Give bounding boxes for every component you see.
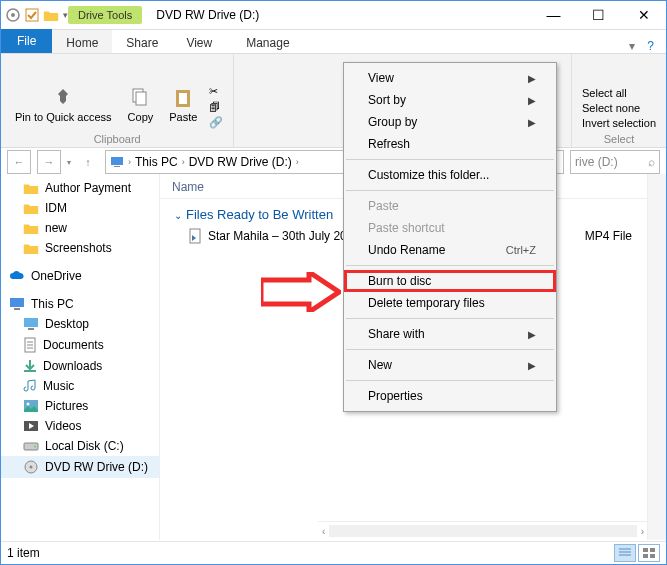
ctx-paste-shortcut: Paste shortcut [344,217,556,239]
nav-onedrive-label: OneDrive [31,269,82,283]
nav-item-label: Music [43,379,74,393]
ctx-item-label: Properties [368,389,423,403]
nav-item-dvd-rw-drive-d-[interactable]: DVD RW Drive (D:) [1,456,159,478]
nav-item-desktop[interactable]: Desktop [1,314,159,334]
submenu-arrow-icon: ▶ [528,329,536,340]
nav-item-documents[interactable]: Documents [1,334,159,356]
up-button[interactable]: ↑ [77,151,99,173]
ctx-paste: Paste [344,195,556,217]
file-name: Star Mahila – 30th July 2016 [208,229,360,243]
copy-icon [129,87,151,109]
invert-selection-label: Invert selection [582,117,656,129]
crumb-this-pc[interactable]: This PC [135,155,178,169]
ctx-group-by[interactable]: Group by▶ [344,111,556,133]
invert-selection-button[interactable]: Invert selection [582,117,656,129]
ctx-view[interactable]: View▶ [344,67,556,89]
svg-point-1 [11,13,15,17]
navigation-pane[interactable]: Author PaymentIDMnewScreenshots OneDrive… [1,174,160,540]
chevron-down-icon: ⌄ [174,210,182,221]
maximize-button[interactable]: ☐ [576,1,621,29]
select-none-button[interactable]: Select none [582,102,656,114]
address-bar: ← → ▾ ↑ › This PC › DVD RW Drive (D:) › … [1,148,666,176]
ribbon-group-clipboard: Pin to Quick access Copy Paste ✂ 🗐 🔗 Cli… [1,54,234,147]
ctx-customize-this-folder-[interactable]: Customize this folder... [344,164,556,186]
ctx-undo-rename[interactable]: Undo RenameCtrl+Z [344,239,556,261]
vertical-scrollbar[interactable] [647,174,666,540]
nav-item-videos[interactable]: Videos [1,416,159,436]
nav-item-label: Author Payment [45,181,131,195]
ctx-sort-by[interactable]: Sort by▶ [344,89,556,111]
tab-share[interactable]: Share [112,30,172,53]
tab-manage[interactable]: Manage [232,30,303,53]
tab-view[interactable]: View [172,30,226,53]
copy-path-button[interactable]: 🗐 [209,101,223,113]
scroll-left-icon[interactable]: ‹ [318,526,329,537]
svg-rect-10 [14,308,20,310]
copy-path-icon: 🗐 [209,101,220,113]
ctx-new[interactable]: New▶ [344,354,556,376]
forward-button[interactable]: → [37,150,61,174]
file-type: MP4 File [585,229,632,243]
icons-view-button[interactable] [638,544,660,562]
context-menu: View▶Sort by▶Group by▶RefreshCustomize t… [343,62,557,412]
tab-home[interactable]: Home [52,30,112,53]
close-button[interactable]: ✕ [621,1,666,29]
nav-item-label: Local Disk (C:) [45,439,124,453]
select-group-label: Select [604,133,635,145]
select-all-label: Select all [582,87,627,99]
nav-item-screenshots[interactable]: Screenshots [1,238,159,258]
copy-label: Copy [128,111,154,123]
nav-item-music[interactable]: Music [1,376,159,396]
ribbon-collapse-icon[interactable]: ▾ [629,39,635,53]
file-icon [188,228,202,244]
ctx-burn-to-disc[interactable]: Burn to disc [344,270,556,292]
search-input[interactable]: rive (D:) ⌕ [570,150,660,174]
minimize-button[interactable]: — [531,1,576,29]
pc-icon [110,155,124,169]
nav-item-author-payment[interactable]: Author Payment [1,178,159,198]
ctx-refresh[interactable]: Refresh [344,133,556,155]
help-icon[interactable]: ? [647,39,654,53]
nav-item-idm[interactable]: IDM [1,198,159,218]
paste-shortcut-button[interactable]: 🔗 [209,116,223,129]
paste-button[interactable]: Paste [165,85,201,125]
ctx-delete-temporary-files[interactable]: Delete temporary files [344,292,556,314]
paste-label: Paste [169,111,197,123]
svg-rect-9 [10,298,24,307]
nav-this-pc[interactable]: This PC [1,294,159,314]
tab-file[interactable]: File [1,29,52,53]
cut-button[interactable]: ✂ [209,85,223,98]
nav-item-label: Screenshots [45,241,112,255]
ctx-item-label: Group by [368,115,417,129]
submenu-arrow-icon: ▶ [528,117,536,128]
copy-button[interactable]: Copy [124,85,158,125]
horizontal-scrollbar[interactable]: ‹ › [318,521,648,540]
nav-item-label: Downloads [43,359,102,373]
window-title: DVD RW Drive (D:) [156,8,259,22]
nav-item-new[interactable]: new [1,218,159,238]
nav-item-pictures[interactable]: Pictures [1,396,159,416]
nav-item-downloads[interactable]: Downloads [1,356,159,376]
ctx-share-with[interactable]: Share with▶ [344,323,556,345]
contextual-tab-drive-tools[interactable]: Drive Tools [68,6,142,24]
back-button[interactable]: ← [7,150,31,174]
nav-item-label: IDM [45,201,67,215]
svg-rect-11 [24,318,38,327]
nav-item-local-disk-c-[interactable]: Local Disk (C:) [1,436,159,456]
ctx-properties[interactable]: Properties [344,385,556,407]
recent-locations-icon[interactable]: ▾ [67,158,71,167]
details-view-icon [619,548,631,558]
nav-onedrive[interactable]: OneDrive [1,266,159,286]
checkbox-icon[interactable] [25,8,39,22]
select-all-button[interactable]: Select all [582,87,656,99]
pin-to-quick-access-button[interactable]: Pin to Quick access [11,85,116,125]
svg-rect-6 [179,93,187,104]
details-view-button[interactable] [614,544,636,562]
ctx-item-label: Sort by [368,93,406,107]
nav-item-label: Desktop [45,317,89,331]
icons-view-icon [643,548,655,558]
ctx-item-label: Burn to disc [368,274,431,288]
scroll-right-icon[interactable]: › [637,526,648,537]
crumb-drive[interactable]: DVD RW Drive (D:) [189,155,292,169]
folder-icon[interactable] [43,9,59,22]
